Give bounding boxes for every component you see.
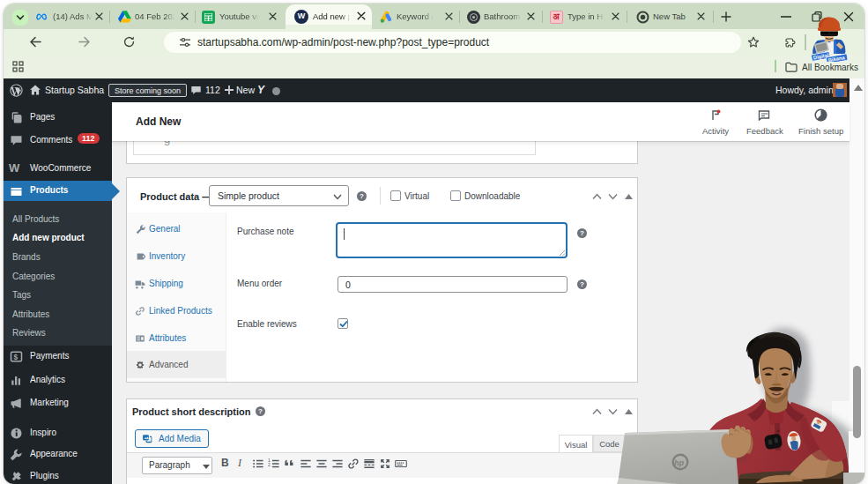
- svg-text:2: 2: [268, 463, 271, 467]
- svg-text:hp: hp: [674, 458, 685, 468]
- svg-text:$: $: [14, 354, 19, 361]
